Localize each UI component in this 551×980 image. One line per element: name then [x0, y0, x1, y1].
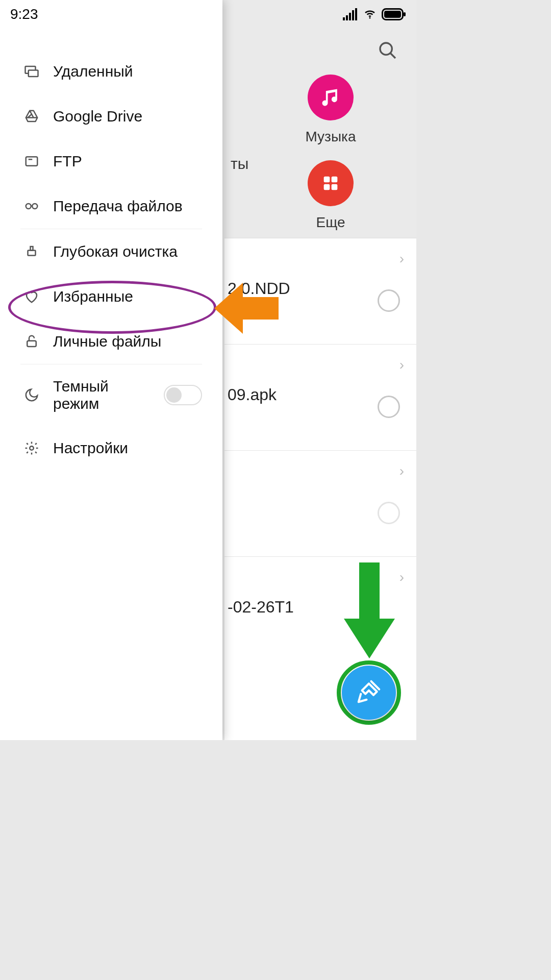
category-more[interactable]: Еще: [245, 160, 416, 231]
signal-icon: [343, 8, 358, 20]
drawer-item-private[interactable]: Личные файлы: [0, 319, 222, 364]
svg-rect-8: [26, 157, 38, 166]
svg-point-10: [26, 204, 31, 209]
music-icon: [308, 75, 354, 120]
chevron-right-icon: ›: [399, 357, 404, 373]
moon-icon: [22, 386, 41, 404]
clean-fab[interactable]: [342, 666, 396, 720]
svg-point-11: [32, 204, 37, 209]
drawer-item-ftp[interactable]: FTP: [0, 139, 222, 184]
search-icon[interactable]: [378, 40, 398, 63]
lock-icon: [22, 332, 41, 351]
drawer-item-label: Передача файлов: [53, 198, 183, 215]
select-radio[interactable]: [378, 289, 400, 312]
svg-rect-13: [31, 247, 33, 251]
svg-rect-2: [324, 177, 330, 183]
file-row[interactable]: ›: [224, 451, 416, 557]
svg-rect-4: [324, 184, 330, 190]
grid-icon: [308, 160, 354, 206]
drawer-item-label: Темный режим: [53, 378, 152, 412]
drawer-item-label: Избранные: [53, 288, 133, 305]
category-label: Еще: [316, 214, 345, 231]
nav-drawer: Удаленный Google Drive FTP Передача файл…: [0, 0, 222, 740]
svg-rect-20: [355, 8, 357, 20]
file-name: 09.apk: [228, 385, 277, 404]
file-row[interactable]: › 2.0.NDD: [224, 238, 416, 345]
dark-mode-toggle[interactable]: [164, 385, 202, 405]
file-row[interactable]: › -02-26T1: [224, 557, 416, 663]
drive-icon: [22, 107, 41, 126]
category-label: Музыка: [305, 129, 356, 145]
drawer-item-dark-mode[interactable]: Темный режим: [0, 364, 222, 426]
chevron-right-icon: ›: [399, 463, 404, 479]
chevron-right-icon: ›: [399, 251, 404, 267]
main-content: ты Музыка Еще › 2.0.NDD ›: [224, 29, 416, 740]
svg-point-0: [380, 43, 392, 55]
chevron-right-icon: ›: [399, 569, 404, 585]
svg-rect-17: [346, 15, 348, 20]
broom-icon: [355, 678, 383, 707]
drawer-item-label: Личные файлы: [53, 333, 161, 350]
category-music[interactable]: Музыка: [245, 75, 416, 145]
gear-icon: [22, 439, 41, 457]
drawer-item-settings[interactable]: Настройки: [0, 426, 222, 471]
svg-rect-12: [28, 251, 36, 256]
top-bar: [224, 29, 416, 75]
file-name: 2.0.NDD: [228, 279, 290, 298]
drawer-item-remote[interactable]: Удаленный: [0, 49, 222, 94]
svg-rect-18: [349, 13, 351, 20]
svg-rect-16: [343, 17, 345, 20]
select-radio[interactable]: [378, 502, 400, 524]
status-time: 9:23: [10, 6, 38, 22]
category-label-partial: ты: [231, 155, 248, 173]
svg-line-1: [390, 53, 395, 58]
drawer-item-label: FTP: [53, 153, 82, 170]
monitor-icon: [22, 62, 41, 81]
file-row[interactable]: › 09.apk: [224, 345, 416, 451]
file-name: -02-26T1: [228, 598, 294, 617]
svg-rect-5: [332, 184, 338, 190]
drawer-item-label: Google Drive: [53, 108, 142, 125]
battery-icon: [382, 8, 406, 20]
category-strip: Музыка Еще: [224, 75, 416, 231]
svg-rect-24: [404, 12, 406, 16]
svg-rect-3: [332, 177, 338, 183]
svg-rect-23: [384, 11, 401, 18]
broom-icon: [22, 242, 41, 261]
select-radio[interactable]: [378, 396, 400, 418]
drawer-item-gdrive[interactable]: Google Drive: [0, 94, 222, 139]
svg-rect-19: [352, 10, 354, 20]
clean-fab-wrap: [337, 660, 401, 725]
wifi-icon: [362, 8, 378, 20]
svg-rect-14: [27, 341, 36, 347]
heart-icon: [22, 287, 41, 306]
status-bar: 9:23: [0, 0, 416, 29]
drawer-item-deep-clean[interactable]: Глубокая очистка: [0, 229, 222, 274]
svg-point-21: [369, 17, 371, 19]
drawer-item-label: Настройки: [53, 439, 128, 457]
drawer-item-label: Глубокая очистка: [53, 243, 178, 260]
drawer-item-label: Удаленный: [53, 63, 133, 80]
svg-rect-7: [29, 70, 38, 77]
ftp-icon: [22, 152, 41, 170]
drawer-item-transfer[interactable]: Передача файлов: [0, 184, 222, 229]
link-icon: [22, 197, 41, 215]
status-icons: [343, 8, 406, 20]
svg-point-15: [30, 446, 34, 450]
drawer-item-favorites[interactable]: Избранные: [0, 274, 222, 319]
